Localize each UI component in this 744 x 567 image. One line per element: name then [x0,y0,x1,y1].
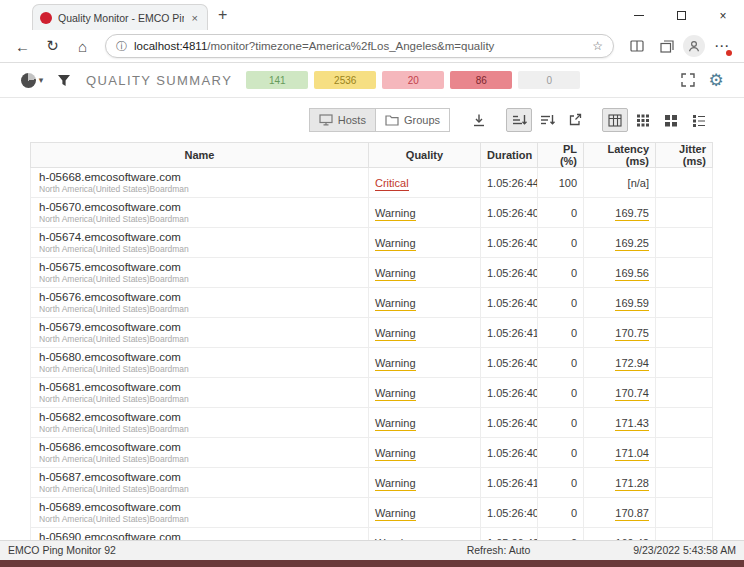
site-favicon-icon [40,12,52,24]
chart-view-dropdown[interactable]: ▾ [14,66,50,94]
table-row[interactable]: h-05686.emcosoftware.com North America(U… [31,438,713,468]
fullscreen-button[interactable] [674,66,702,94]
refresh-button[interactable]: ↻ [39,33,66,59]
settings-button[interactable]: ⚙ [702,66,730,94]
download-button[interactable] [466,108,492,132]
window-edge [0,560,744,567]
host-location: North America(United States)Boardman [39,394,362,404]
duration-value: 1.05:26:40 [481,228,538,258]
duration-value: 1.05:26:40 [481,498,538,528]
quality-link[interactable]: Warning [375,357,416,371]
quality-link[interactable]: Warning [375,207,416,221]
col-jitter[interactable]: Jitter (ms) [656,143,713,168]
quality-link[interactable]: Warning [375,507,416,521]
quality-link[interactable]: Warning [375,237,416,251]
latency-link[interactable]: 169.25 [615,237,649,251]
view-tiles-button[interactable] [658,108,684,132]
status-bar: EMCO Ping Monitor 92 Refresh: Auto 9/23/… [0,540,744,560]
browser-menu-icon[interactable]: ⋯ [708,33,735,59]
home-button[interactable]: ⌂ [69,33,96,59]
duration-value: 1.05:26:40 [481,288,538,318]
groups-tab[interactable]: Groups [376,108,450,132]
table-row[interactable]: h-05679.emcosoftware.com North America(U… [31,318,713,348]
table-row[interactable]: h-05670.emcosoftware.com North America(U… [31,198,713,228]
quality-link[interactable]: Warning [375,417,416,431]
collections-icon[interactable] [653,33,680,59]
url-text[interactable]: localhost:4811/monitor?timezone=America%… [134,40,585,52]
hosts-tab[interactable]: Hosts [309,108,376,132]
table-row[interactable]: h-05682.emcosoftware.com North America(U… [31,408,713,438]
table-row[interactable]: h-05687.emcosoftware.com North America(U… [31,468,713,498]
tab-close-icon[interactable]: × [190,12,200,24]
back-button[interactable]: ← [9,33,36,59]
latency-link[interactable]: 170.74 [615,387,649,401]
table-header-row: Name Quality Duration PL (%) Latency (ms… [31,143,713,168]
host-location: North America(United States)Boardman [39,364,362,374]
view-table-button[interactable] [602,108,628,132]
latency-link[interactable]: 169.75 [615,207,649,221]
browser-tab[interactable]: Quality Monitor - EMCO Ping M... × [32,4,208,30]
table-row[interactable]: h-05689.emcosoftware.com North America(U… [31,498,713,528]
latency-link[interactable]: 170.75 [615,327,649,341]
latency-link[interactable]: 172.94 [615,357,649,371]
table-row[interactable]: h-05668.emcosoftware.com North America(U… [31,168,713,198]
minimize-button[interactable] [618,1,660,30]
quality-link[interactable]: Critical [375,177,409,191]
latency-cell: 169.25 [584,228,656,258]
quality-link[interactable]: Warning [375,447,416,461]
badge-warning: 2536 [314,71,376,89]
profile-avatar[interactable] [683,35,705,57]
col-pl[interactable]: PL (%) [538,143,584,168]
site-info-icon[interactable]: ⓘ [116,39,127,54]
packet-loss-value: 0 [538,258,584,288]
latency-cell: 169.75 [584,198,656,228]
quality-link[interactable]: Warning [375,477,416,491]
latency-link[interactable]: 171.04 [615,447,649,461]
sort-ascending-button[interactable] [506,108,532,132]
view-grid-button[interactable] [630,108,656,132]
col-latency[interactable]: Latency (ms) [584,143,656,168]
latency-link[interactable]: 171.28 [615,477,649,491]
table-row[interactable]: h-05676.emcosoftware.com North America(U… [31,288,713,318]
quality-link[interactable]: Warning [375,297,416,311]
latency-link[interactable]: [n/a] [628,177,649,190]
badge-unknown: 0 [518,71,580,89]
host-name: h-05668.emcosoftware.com [39,171,362,183]
quality-cell: Warning [369,498,481,528]
table-row[interactable]: h-05675.emcosoftware.com North America(U… [31,258,713,288]
close-button[interactable]: × [702,1,744,30]
quality-link[interactable]: Warning [375,387,416,401]
name-cell: h-05686.emcosoftware.com North America(U… [31,438,369,468]
app-version: EMCO Ping Monitor 92 [8,544,116,556]
split-screen-icon[interactable] [623,33,650,59]
table-row[interactable]: h-05681.emcosoftware.com North America(U… [31,378,713,408]
quality-link[interactable]: Warning [375,267,416,281]
address-bar[interactable]: ⓘ localhost:4811/monitor?timezone=Americ… [105,34,614,58]
col-quality[interactable]: Quality [369,143,481,168]
host-location: North America(United States)Boardman [39,184,362,194]
latency-link[interactable]: 170.87 [615,507,649,521]
col-name[interactable]: Name [31,143,369,168]
new-tab-button[interactable]: + [218,7,227,23]
pie-chart-icon [21,73,36,88]
favorite-star-icon[interactable]: ☆ [592,39,603,53]
packet-loss-value: 100 [538,168,584,198]
quality-link[interactable]: Warning [375,327,416,341]
latency-link[interactable]: 169.56 [615,267,649,281]
gear-icon: ⚙ [708,72,723,89]
table-row[interactable]: h-05674.emcosoftware.com North America(U… [31,228,713,258]
maximize-button[interactable] [660,1,702,30]
view-details-button[interactable] [686,108,712,132]
packet-loss-value: 0 [538,288,584,318]
col-duration[interactable]: Duration [481,143,538,168]
jitter-value [656,168,713,198]
sort-descending-button[interactable] [534,108,560,132]
table-row[interactable]: h-05680.emcosoftware.com North America(U… [31,348,713,378]
url-host: localhost:4811 [134,40,207,52]
host-name: h-05681.emcosoftware.com [39,381,362,393]
filter-button[interactable] [50,66,78,94]
open-external-button[interactable] [562,108,588,132]
latency-link[interactable]: 171.43 [615,417,649,431]
hosts-label: Hosts [338,114,366,126]
latency-link[interactable]: 169.59 [615,297,649,311]
